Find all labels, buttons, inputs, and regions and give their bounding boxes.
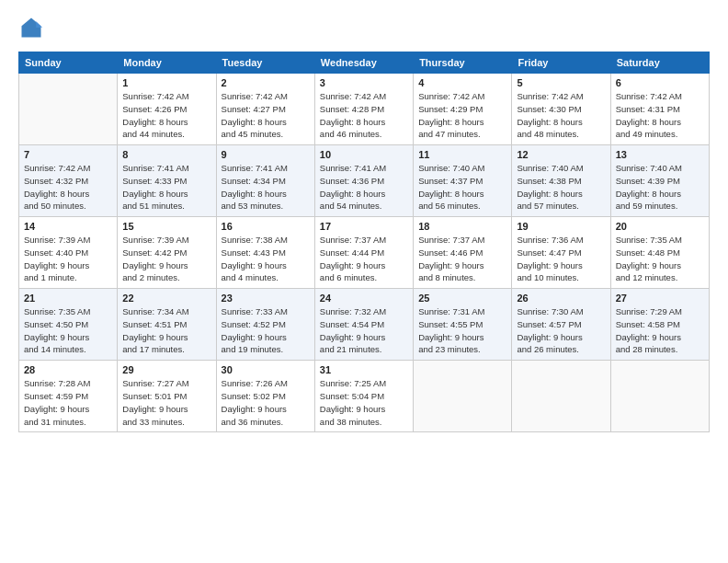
day-number: 29	[122, 364, 210, 375]
day-info: Sunrise: 7:35 AMSunset: 4:48 PMDaylight:…	[616, 234, 704, 284]
day-number: 21	[24, 293, 112, 304]
header	[18, 15, 710, 40]
day-info: Sunrise: 7:25 AMSunset: 5:04 PMDaylight:…	[320, 377, 408, 428]
day-info: Sunrise: 7:29 AMSunset: 4:58 PMDaylight:…	[616, 305, 704, 356]
day-cell: 4Sunrise: 7:42 AMSunset: 4:29 PMDaylight…	[414, 74, 512, 145]
day-info: Sunrise: 7:26 AMSunset: 5:02 PMDaylight:…	[222, 377, 310, 428]
day-info: Sunrise: 7:40 AMSunset: 4:37 PMDaylight:…	[418, 162, 506, 213]
day-cell: 1Sunrise: 7:42 AMSunset: 4:26 PMDaylight…	[118, 74, 216, 145]
day-info: Sunrise: 7:35 AMSunset: 4:50 PMDaylight:…	[24, 305, 112, 356]
day-info: Sunrise: 7:32 AMSunset: 4:54 PMDaylight:…	[320, 305, 408, 356]
day-number: 18	[418, 221, 506, 232]
logo-icon	[18, 15, 44, 40]
day-number: 10	[320, 149, 408, 160]
day-number: 8	[122, 149, 210, 160]
day-number: 4	[418, 77, 506, 88]
day-cell: 15Sunrise: 7:39 AMSunset: 4:42 PMDayligh…	[118, 217, 216, 289]
day-cell: 26Sunrise: 7:30 AMSunset: 4:57 PMDayligh…	[512, 289, 610, 361]
weekday-header-row: SundayMondayTuesdayWednesdayThursdayFrid…	[19, 52, 710, 74]
day-info: Sunrise: 7:42 AMSunset: 4:27 PMDaylight:…	[222, 90, 310, 141]
day-cell: 27Sunrise: 7:29 AMSunset: 4:58 PMDayligh…	[610, 289, 709, 361]
day-cell: 31Sunrise: 7:25 AMSunset: 5:04 PMDayligh…	[314, 361, 413, 432]
day-number: 3	[320, 77, 408, 88]
day-info: Sunrise: 7:39 AMSunset: 4:42 PMDaylight:…	[122, 234, 210, 284]
day-cell: 30Sunrise: 7:26 AMSunset: 5:02 PMDayligh…	[216, 361, 314, 432]
weekday-tuesday: Tuesday	[216, 52, 314, 74]
day-number: 25	[418, 293, 506, 304]
day-number: 13	[616, 149, 704, 160]
day-cell: 23Sunrise: 7:33 AMSunset: 4:52 PMDayligh…	[216, 289, 314, 361]
day-info: Sunrise: 7:28 AMSunset: 4:59 PMDaylight:…	[24, 377, 112, 428]
day-info: Sunrise: 7:30 AMSunset: 4:57 PMDaylight:…	[517, 305, 605, 356]
day-number: 9	[222, 149, 310, 160]
day-cell: 8Sunrise: 7:41 AMSunset: 4:33 PMDaylight…	[118, 145, 216, 217]
day-cell	[512, 361, 610, 432]
day-cell: 17Sunrise: 7:37 AMSunset: 4:44 PMDayligh…	[314, 217, 413, 289]
day-info: Sunrise: 7:38 AMSunset: 4:43 PMDaylight:…	[222, 234, 310, 284]
day-cell	[610, 361, 709, 432]
day-number: 12	[517, 149, 605, 160]
day-cell: 19Sunrise: 7:36 AMSunset: 4:47 PMDayligh…	[512, 217, 610, 289]
day-cell: 3Sunrise: 7:42 AMSunset: 4:28 PMDaylight…	[314, 74, 413, 145]
weekday-monday: Monday	[118, 52, 216, 74]
day-number: 6	[616, 77, 704, 88]
day-cell: 20Sunrise: 7:35 AMSunset: 4:48 PMDayligh…	[610, 217, 709, 289]
week-row-2: 7Sunrise: 7:42 AMSunset: 4:32 PMDaylight…	[19, 145, 710, 217]
day-info: Sunrise: 7:42 AMSunset: 4:28 PMDaylight:…	[320, 90, 408, 141]
day-cell: 12Sunrise: 7:40 AMSunset: 4:38 PMDayligh…	[512, 145, 610, 217]
calendar-table: SundayMondayTuesdayWednesdayThursdayFrid…	[18, 52, 710, 432]
day-number: 17	[320, 221, 408, 232]
day-cell: 9Sunrise: 7:41 AMSunset: 4:34 PMDaylight…	[216, 145, 314, 217]
day-cell: 7Sunrise: 7:42 AMSunset: 4:32 PMDaylight…	[19, 145, 118, 217]
day-info: Sunrise: 7:41 AMSunset: 4:36 PMDaylight:…	[320, 162, 408, 213]
day-info: Sunrise: 7:27 AMSunset: 5:01 PMDaylight:…	[122, 377, 210, 428]
weekday-thursday: Thursday	[414, 52, 512, 74]
day-info: Sunrise: 7:31 AMSunset: 4:55 PMDaylight:…	[418, 305, 506, 356]
day-info: Sunrise: 7:40 AMSunset: 4:39 PMDaylight:…	[616, 162, 704, 213]
day-cell: 5Sunrise: 7:42 AMSunset: 4:30 PMDaylight…	[512, 74, 610, 145]
day-info: Sunrise: 7:42 AMSunset: 4:32 PMDaylight:…	[24, 162, 112, 213]
day-cell: 25Sunrise: 7:31 AMSunset: 4:55 PMDayligh…	[414, 289, 512, 361]
week-row-1: 1Sunrise: 7:42 AMSunset: 4:26 PMDaylight…	[19, 74, 710, 145]
weekday-saturday: Saturday	[610, 52, 709, 74]
day-number: 24	[320, 293, 408, 304]
day-info: Sunrise: 7:33 AMSunset: 4:52 PMDaylight:…	[222, 305, 310, 356]
day-cell: 6Sunrise: 7:42 AMSunset: 4:31 PMDaylight…	[610, 74, 709, 145]
day-cell: 22Sunrise: 7:34 AMSunset: 4:51 PMDayligh…	[118, 289, 216, 361]
day-cell: 16Sunrise: 7:38 AMSunset: 4:43 PMDayligh…	[216, 217, 314, 289]
day-info: Sunrise: 7:42 AMSunset: 4:29 PMDaylight:…	[418, 90, 506, 141]
weekday-wednesday: Wednesday	[314, 52, 413, 74]
week-row-5: 28Sunrise: 7:28 AMSunset: 4:59 PMDayligh…	[19, 361, 710, 432]
page: SundayMondayTuesdayWednesdayThursdayFrid…	[0, 0, 728, 563]
day-info: Sunrise: 7:39 AMSunset: 4:40 PMDaylight:…	[24, 234, 112, 284]
day-info: Sunrise: 7:41 AMSunset: 4:34 PMDaylight:…	[222, 162, 310, 213]
day-number: 19	[517, 221, 605, 232]
day-cell	[414, 361, 512, 432]
day-cell: 10Sunrise: 7:41 AMSunset: 4:36 PMDayligh…	[314, 145, 413, 217]
day-info: Sunrise: 7:40 AMSunset: 4:38 PMDaylight:…	[517, 162, 605, 213]
day-cell	[19, 74, 118, 145]
day-info: Sunrise: 7:37 AMSunset: 4:46 PMDaylight:…	[418, 234, 506, 284]
day-number: 16	[222, 221, 310, 232]
week-row-4: 21Sunrise: 7:35 AMSunset: 4:50 PMDayligh…	[19, 289, 710, 361]
day-number: 11	[418, 149, 506, 160]
day-info: Sunrise: 7:36 AMSunset: 4:47 PMDaylight:…	[517, 234, 605, 284]
day-info: Sunrise: 7:42 AMSunset: 4:31 PMDaylight:…	[616, 90, 704, 141]
day-info: Sunrise: 7:42 AMSunset: 4:26 PMDaylight:…	[122, 90, 210, 141]
day-cell: 28Sunrise: 7:28 AMSunset: 4:59 PMDayligh…	[19, 361, 118, 432]
day-cell: 18Sunrise: 7:37 AMSunset: 4:46 PMDayligh…	[414, 217, 512, 289]
day-cell: 13Sunrise: 7:40 AMSunset: 4:39 PMDayligh…	[610, 145, 709, 217]
day-number: 23	[222, 293, 310, 304]
day-info: Sunrise: 7:41 AMSunset: 4:33 PMDaylight:…	[122, 162, 210, 213]
day-number: 1	[122, 77, 210, 88]
weekday-friday: Friday	[512, 52, 610, 74]
day-number: 15	[122, 221, 210, 232]
day-cell: 14Sunrise: 7:39 AMSunset: 4:40 PMDayligh…	[19, 217, 118, 289]
logo	[18, 15, 46, 40]
day-cell: 11Sunrise: 7:40 AMSunset: 4:37 PMDayligh…	[414, 145, 512, 217]
day-info: Sunrise: 7:37 AMSunset: 4:44 PMDaylight:…	[320, 234, 408, 284]
day-cell: 21Sunrise: 7:35 AMSunset: 4:50 PMDayligh…	[19, 289, 118, 361]
day-cell: 29Sunrise: 7:27 AMSunset: 5:01 PMDayligh…	[118, 361, 216, 432]
day-number: 20	[616, 221, 704, 232]
day-number: 31	[320, 364, 408, 375]
